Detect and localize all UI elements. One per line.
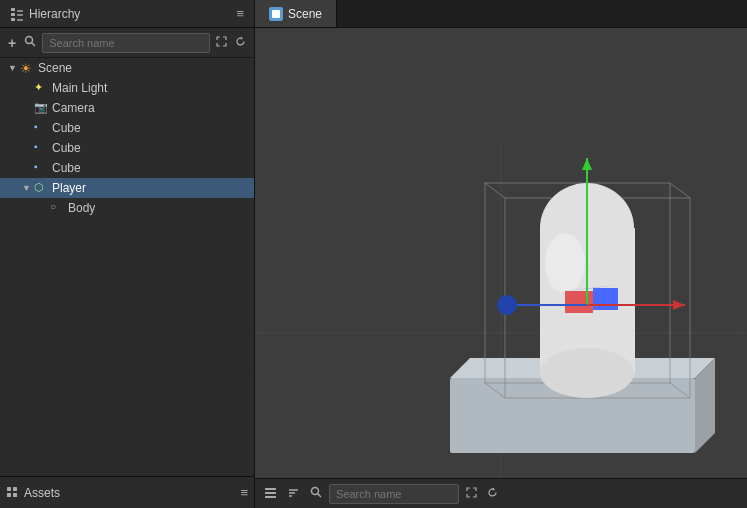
hierarchy-tree: ▼ ☀ Scene ✦ Main Light 📷 Camera ▪ Cube (0, 58, 254, 476)
hierarchy-tab[interactable]: Hierarchy ≡ (0, 0, 255, 27)
light-icon: ✦ (34, 81, 48, 95)
svg-point-34 (540, 348, 634, 398)
sort-icon[interactable] (284, 485, 303, 503)
main-content: + (0, 28, 747, 508)
list-icon (264, 486, 277, 499)
hierarchy-tab-label: Hierarchy (29, 7, 80, 21)
svg-rect-47 (265, 496, 276, 498)
tree-item-camera[interactable]: 📷 Camera (0, 98, 254, 118)
player-icon: ⬡ (34, 181, 48, 195)
search-input[interactable] (42, 33, 210, 53)
assets-label: Assets (24, 486, 60, 500)
scene-svg (255, 28, 747, 508)
expand-icon[interactable] (214, 36, 229, 49)
tree-item-body[interactable]: ○ Body (0, 198, 254, 218)
svg-rect-2 (11, 18, 15, 21)
assets-search-bar (255, 478, 747, 508)
cube1-icon: ▪ (34, 121, 48, 135)
body-label: Body (68, 201, 95, 215)
refresh-icon (235, 36, 246, 47)
scene-tab-label: Scene (288, 7, 322, 21)
svg-rect-1 (11, 13, 15, 16)
arrow-player: ▼ (22, 183, 34, 193)
scene-label: Scene (38, 61, 72, 75)
svg-rect-46 (265, 492, 276, 494)
svg-rect-4 (17, 14, 23, 16)
add-button[interactable]: + (6, 35, 18, 51)
cube2-icon: ▪ (34, 141, 48, 155)
svg-rect-37 (593, 288, 618, 310)
svg-rect-36 (565, 291, 593, 313)
cube3-icon: ▪ (34, 161, 48, 175)
assets-expand-icon[interactable] (463, 486, 480, 502)
assets-refresh-icon[interactable] (484, 486, 501, 502)
assets-panel: Assets ≡ (0, 476, 254, 508)
svg-rect-6 (272, 10, 280, 18)
svg-point-35 (545, 233, 585, 293)
svg-line-8 (32, 43, 36, 47)
svg-rect-45 (265, 488, 276, 490)
scene-icon: ☀ (20, 61, 34, 75)
svg-rect-5 (17, 19, 23, 21)
svg-point-51 (312, 488, 319, 495)
list-view-icon[interactable] (261, 485, 280, 503)
svg-point-7 (26, 37, 33, 44)
svg-rect-11 (7, 493, 11, 497)
expand-arrows-icon (216, 36, 227, 47)
cube3-label: Cube (52, 161, 81, 175)
refresh-icon[interactable] (233, 36, 248, 49)
camera-label: Camera (52, 101, 95, 115)
assets-left: Assets (6, 486, 60, 500)
sort-icon (287, 486, 300, 499)
cube2-label: Cube (52, 141, 81, 155)
tree-item-cube3[interactable]: ▪ Cube (0, 158, 254, 178)
body-icon: ○ (50, 201, 64, 215)
player-label: Player (52, 181, 86, 195)
tab-bar: Hierarchy ≡ Scene (0, 0, 747, 28)
hierarchy-menu-icon[interactable]: ≡ (236, 6, 244, 21)
viewport[interactable] (255, 28, 747, 508)
assets-refresh-icon (487, 487, 498, 498)
svg-point-44 (497, 295, 517, 315)
left-panel: + (0, 28, 255, 508)
svg-line-52 (318, 494, 322, 498)
tree-item-cube2[interactable]: ▪ Cube (0, 138, 254, 158)
assets-search-icon[interactable] (307, 485, 325, 502)
cube1-label: Cube (52, 121, 81, 135)
assets-search-icon (310, 486, 322, 498)
search-icon (24, 35, 36, 47)
hierarchy-icon (10, 7, 24, 21)
svg-rect-0 (11, 8, 15, 11)
search-icon-button[interactable] (22, 35, 38, 50)
scene-tab-icon (269, 7, 283, 21)
svg-rect-12 (13, 493, 17, 497)
tree-item-main-light[interactable]: ✦ Main Light (0, 78, 254, 98)
assets-search-input[interactable] (329, 484, 459, 504)
assets-icon (6, 486, 20, 500)
search-bar: + (0, 28, 254, 58)
assets-expand-icon (466, 487, 477, 498)
tree-item-scene[interactable]: ▼ ☀ Scene (0, 58, 254, 78)
arrow-scene: ▼ (8, 63, 20, 73)
main-light-label: Main Light (52, 81, 107, 95)
svg-rect-9 (7, 487, 11, 491)
tree-item-player[interactable]: ▼ ⬡ Player (0, 178, 254, 198)
svg-rect-10 (13, 487, 17, 491)
tree-item-cube1[interactable]: ▪ Cube (0, 118, 254, 138)
scene-tab[interactable]: Scene (255, 0, 337, 27)
svg-rect-3 (17, 10, 23, 12)
assets-menu-icon[interactable]: ≡ (240, 485, 248, 500)
camera-icon: 📷 (34, 101, 48, 115)
